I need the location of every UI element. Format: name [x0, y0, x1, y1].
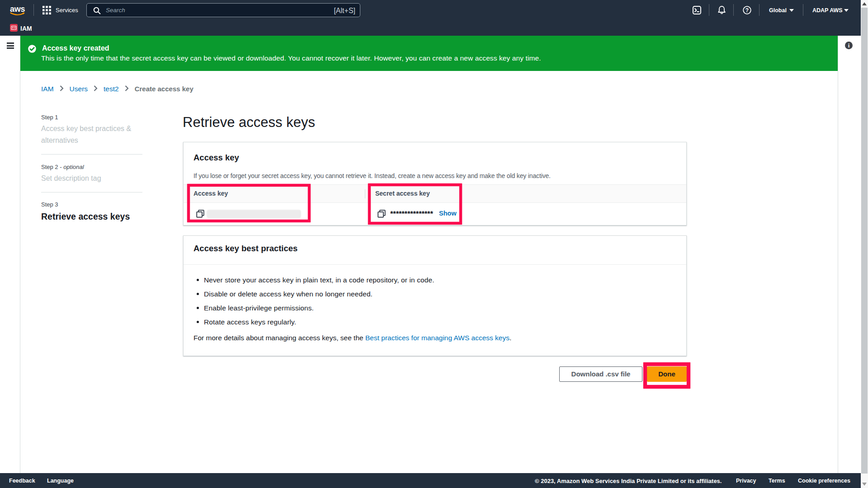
svg-text:aws: aws [10, 5, 25, 14]
svg-text:?: ? [745, 7, 749, 14]
